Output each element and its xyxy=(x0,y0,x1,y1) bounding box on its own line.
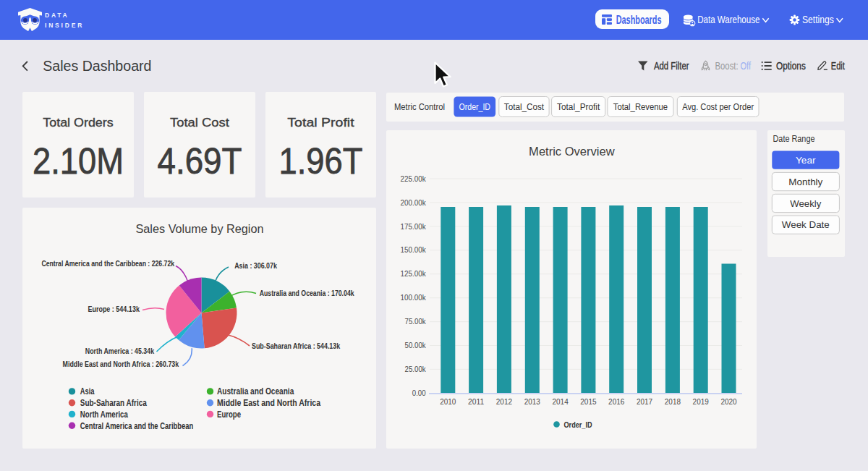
svg-text:2014: 2014 xyxy=(553,397,569,406)
svg-text:Week Date: Week Date xyxy=(782,219,830,230)
svg-text:Sales Dashboard: Sales Dashboard xyxy=(43,58,151,74)
svg-text:Metric Overview: Metric Overview xyxy=(529,144,615,158)
svg-text:Asia : 306.07k: Asia : 306.07k xyxy=(234,262,277,270)
svg-text:2011: 2011 xyxy=(468,397,484,406)
svg-text:2010: 2010 xyxy=(440,397,456,406)
svg-text:Order_ID: Order_ID xyxy=(564,420,592,429)
svg-text:75.00k: 75.00k xyxy=(405,317,427,326)
svg-text:1.96T: 1.96T xyxy=(279,141,363,181)
svg-text:Edit: Edit xyxy=(831,60,845,72)
svg-text:Middle East and North Africa :: Middle East and North Africa : 260.73k xyxy=(63,360,179,368)
svg-text:2016: 2016 xyxy=(608,397,624,406)
svg-text:Settings: Settings xyxy=(802,14,834,25)
svg-text:Data Warehouse: Data Warehouse xyxy=(697,14,760,25)
svg-text:Add Filter: Add Filter xyxy=(654,60,689,72)
svg-text:0.00: 0.00 xyxy=(412,389,426,397)
svg-text:2015: 2015 xyxy=(580,397,596,406)
svg-text:Off: Off xyxy=(741,60,752,72)
svg-text:Metric Control: Metric Control xyxy=(394,101,445,112)
svg-text:175.00k: 175.00k xyxy=(401,222,427,231)
svg-text:Sub-Saharan Africa: Sub-Saharan Africa xyxy=(80,398,148,408)
svg-text:25.00k: 25.00k xyxy=(405,365,427,373)
svg-text:Sub-Saharan Africa : 544.13k: Sub-Saharan Africa : 544.13k xyxy=(252,342,340,350)
svg-text:Total_Profit: Total_Profit xyxy=(557,102,600,112)
svg-text:2018: 2018 xyxy=(665,397,681,406)
svg-text:4.69T: 4.69T xyxy=(158,141,242,181)
svg-text:Avg. Cost per Order: Avg. Cost per Order xyxy=(682,102,754,112)
svg-text:2019: 2019 xyxy=(693,397,709,406)
svg-text:Australia and Oceania: Australia and Oceania xyxy=(217,386,294,396)
svg-text:2017: 2017 xyxy=(637,397,652,406)
svg-text:150.00k: 150.00k xyxy=(401,245,427,254)
svg-text:2020: 2020 xyxy=(720,397,736,406)
svg-text:2013: 2013 xyxy=(524,397,540,406)
svg-text:100.00k: 100.00k xyxy=(401,293,427,302)
svg-text:Australia and Oceania : 170.04: Australia and Oceania : 170.04k xyxy=(260,289,354,297)
svg-text:Date Range: Date Range xyxy=(773,133,815,144)
svg-text:Options: Options xyxy=(776,60,806,72)
svg-text:Total Cost: Total Cost xyxy=(170,116,229,129)
svg-text:2.10M: 2.10M xyxy=(33,141,124,181)
svg-text:Total Profit: Total Profit xyxy=(287,116,354,129)
svg-text:Sales Volume by Region: Sales Volume by Region xyxy=(136,221,264,236)
svg-text:Order_ID: Order_ID xyxy=(459,102,491,112)
svg-text:Boost:: Boost: xyxy=(715,60,739,72)
svg-text:Weekly: Weekly xyxy=(790,198,821,209)
svg-text:200.00k: 200.00k xyxy=(401,198,427,207)
svg-text:Central America and the Caribb: Central America and the Caribbean : 226.… xyxy=(41,260,174,268)
svg-text:Monthly: Monthly xyxy=(788,177,822,187)
svg-text:North America : 45.34k: North America : 45.34k xyxy=(85,347,155,355)
svg-text:Total Orders: Total Orders xyxy=(43,116,114,129)
svg-text:50.00k: 50.00k xyxy=(405,341,427,349)
svg-text:225.00k: 225.00k xyxy=(401,174,427,183)
svg-text:North America: North America xyxy=(80,410,129,420)
svg-text:Europe : 544.13k: Europe : 544.13k xyxy=(88,305,140,313)
svg-text:Year: Year xyxy=(796,155,816,166)
svg-text:Middle East and North Africa: Middle East and North Africa xyxy=(217,398,321,408)
svg-text:Central America and the Caribb: Central America and the Caribbean xyxy=(80,421,193,431)
svg-text:Total_Cost: Total_Cost xyxy=(504,102,545,112)
svg-text:Europe: Europe xyxy=(217,410,241,420)
svg-text:2012: 2012 xyxy=(496,397,512,406)
svg-text:Asia: Asia xyxy=(80,386,95,396)
svg-text:Dashboards: Dashboards xyxy=(616,14,662,26)
svg-text:Total_Revenue: Total_Revenue xyxy=(613,102,668,112)
svg-text:125.00k: 125.00k xyxy=(401,269,427,278)
